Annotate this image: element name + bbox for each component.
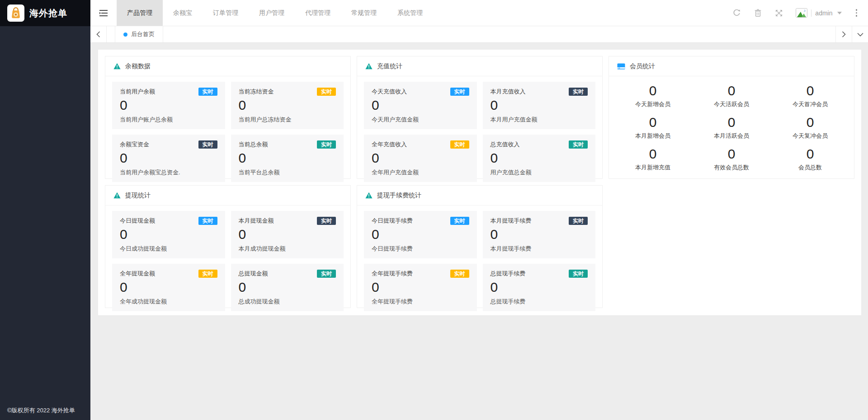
stat-label: 今日提现金额 (120, 217, 155, 225)
stat-desc: 当前用户总冻结资金 (239, 116, 336, 124)
stat-value: 0 (372, 279, 469, 295)
realtime-badge: 实时 (450, 88, 469, 96)
more-options-icon[interactable] (854, 7, 859, 19)
stat-value: 0 (239, 279, 336, 295)
stat-label: 全年提现金额 (120, 270, 155, 278)
stat-label: 今天充值收入 (372, 88, 407, 96)
card-body: 当前用户余额实时 0 当前用户账户总余额 当前冻结资金实时 0 当前用户总冻结资… (105, 76, 350, 188)
trash-icon[interactable] (753, 9, 762, 18)
card-header: 余额数据 (105, 56, 350, 76)
stat-label: 本月充值收入 (491, 88, 526, 96)
member-label: 本月活跃会员 (714, 132, 749, 140)
credit-card-icon (617, 63, 625, 70)
realtime-badge: 实时 (569, 217, 588, 225)
stat-label: 当前冻结资金 (239, 88, 274, 96)
stat-value: 0 (239, 226, 336, 243)
sidebar: 海外抢单 产品列表 ©版权所有 2022 海外抢单 (0, 0, 90, 420)
admin-dashboard: 海外抢单 产品列表 ©版权所有 2022 海外抢单 产品管理 余额宝 (0, 0, 868, 420)
stat-box: 本月充值收入实时 0 本月用户充值金额 (483, 82, 596, 129)
sidebar-toggle-icon[interactable] (90, 0, 117, 26)
nav-tab-product[interactable]: 产品管理 (117, 0, 163, 26)
copyright-text: ©版权所有 2022 海外抢单 (7, 406, 75, 415)
member-label: 有效会员总数 (714, 163, 749, 172)
stat-desc: 当前用户账户总余额 (120, 116, 217, 124)
card-withdraw-fee-stats: 提现手续费统计 今日提现手续费实时 0 今日提现手续费 本月提现手续费实时 0 … (357, 185, 603, 308)
card-withdraw-stats: 提现统计 今日提现金额实时 0 今日成功提现金额 本月提现金额实时 0 本月成功… (105, 185, 351, 308)
refresh-icon[interactable] (732, 9, 741, 18)
stat-label: 本月提现金额 (239, 217, 274, 225)
stat-desc: 总成功提现金额 (239, 298, 336, 306)
stat-box: 全年充值收入实时 0 全年用户充值金额 (364, 135, 477, 182)
tab-menu-chevron-icon[interactable] (852, 26, 868, 42)
user-menu[interactable]: admin (796, 8, 841, 18)
nav-tab-agents[interactable]: 代理管理 (295, 0, 341, 26)
card-body: 今日提现手续费实时 0 今日提现手续费 本月提现手续费实时 0 本月提现手续费 … (357, 205, 602, 317)
stat-value: 0 (120, 226, 217, 243)
card-title: 提现手续费统计 (377, 191, 421, 200)
stat-label: 今日提现手续费 (372, 217, 413, 225)
card-body: 今日提现金额实时 0 今日成功提现金额 本月提现金额实时 0 本月成功提现金额 … (105, 205, 350, 317)
member-label: 今天活跃会员 (714, 100, 749, 108)
realtime-badge: 实时 (569, 140, 588, 149)
member-stat: 0会员总数 (771, 143, 849, 175)
stat-desc: 今日提现手续费 (372, 245, 469, 253)
member-label: 会员总数 (798, 163, 822, 172)
stat-value: 0 (120, 279, 217, 295)
stat-value: 0 (372, 97, 469, 113)
card-member-stats: 会员统计 0今天新增会员 0今天活跃会员 0今天首冲会员 0本月新增会员 0本月… (609, 56, 854, 179)
active-tab-dot (123, 33, 127, 37)
warning-triangle-icon (365, 192, 373, 199)
realtime-badge: 实时 (450, 217, 469, 225)
dashboard-content: 余额数据 当前用户余额实时 0 当前用户账户总余额 当前冻结资金实时 0 当前用… (98, 50, 861, 315)
stat-desc: 本月成功提现金额 (239, 245, 336, 253)
stat-desc: 当前平台总余额 (239, 168, 336, 177)
member-stat: 0本月新增充值 (613, 143, 692, 175)
fullscreen-icon[interactable] (774, 9, 783, 18)
stat-value: 0 (491, 97, 588, 113)
tab-label: 后台首页 (131, 30, 155, 38)
member-stat: 0本月活跃会员 (692, 112, 771, 143)
member-value: 0 (728, 146, 736, 161)
member-label: 本月新增充值 (635, 163, 670, 172)
stat-desc: 本月用户充值金额 (491, 116, 588, 124)
bag-logo-icon (7, 5, 24, 22)
username-label: admin (815, 9, 832, 17)
tab-scroll-right-icon[interactable] (835, 26, 852, 42)
tab-scroll-left-icon[interactable] (90, 26, 107, 42)
stat-desc: 总提现手续费 (491, 298, 588, 306)
realtime-badge: 实时 (198, 88, 217, 96)
nav-tab-users[interactable]: 用户管理 (249, 0, 295, 26)
member-stat: 0本月新增会员 (613, 112, 692, 143)
member-value: 0 (728, 115, 736, 130)
stat-box: 总提现金额实时 0 总成功提现金额 (231, 264, 344, 311)
stat-label: 当前用户余额 (120, 88, 155, 96)
realtime-badge: 实时 (317, 88, 336, 96)
stat-value: 0 (239, 97, 336, 113)
member-label: 本月新增会员 (635, 132, 670, 140)
stat-label: 余额宝资金 (120, 140, 149, 149)
card-header: 提现手续费统计 (357, 186, 602, 205)
card-body: 今天充值收入实时 0 今天用户充值金额 本月充值收入实时 0 本月用户充值金额 … (357, 76, 602, 188)
card-title: 会员统计 (630, 62, 655, 70)
nav-tab-orders[interactable]: 订单管理 (203, 0, 249, 26)
nav-tab-system[interactable]: 系统管理 (387, 0, 433, 26)
stat-label: 总充值收入 (491, 140, 520, 149)
stat-box: 余额宝资金实时 0 当前用户余额宝总资金. (112, 135, 225, 182)
member-value: 0 (649, 115, 657, 130)
realtime-badge: 实时 (317, 270, 336, 278)
main-nav-tabs: 产品管理 余额宝 订单管理 用户管理 代理管理 常规管理 系统管理 (117, 0, 433, 26)
stat-label: 全年充值收入 (372, 140, 407, 149)
member-value: 0 (728, 83, 736, 98)
tab-dashboard-home[interactable]: 后台首页 (115, 26, 163, 42)
stat-box: 全年提现手续费实时 0 全年提现手续费 (364, 264, 477, 311)
stat-desc: 本月提现手续费 (491, 245, 588, 253)
cards-grid: 余额数据 当前用户余额实时 0 当前用户账户总余额 当前冻结资金实时 0 当前用… (105, 56, 854, 308)
member-stat: 0今天新增会员 (613, 80, 692, 112)
nav-tab-yuebao[interactable]: 余额宝 (163, 0, 203, 26)
card-header: 会员统计 (609, 56, 854, 76)
stat-desc: 用户充值总金额 (491, 168, 588, 177)
warning-triangle-icon (113, 192, 121, 199)
top-navbar: 产品管理 余额宝 订单管理 用户管理 代理管理 常规管理 系统管理 (90, 0, 868, 26)
stat-value: 0 (491, 150, 588, 166)
nav-tab-general[interactable]: 常规管理 (341, 0, 387, 26)
